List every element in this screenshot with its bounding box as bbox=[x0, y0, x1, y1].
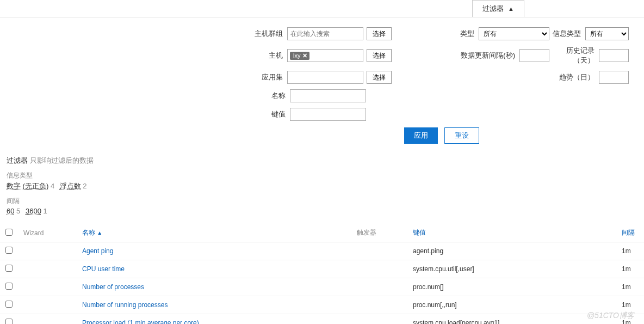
filter-link[interactable]: 3600 bbox=[26, 207, 41, 215]
item-name-link[interactable]: Number of processes bbox=[82, 283, 144, 291]
key-input[interactable] bbox=[290, 108, 366, 121]
item-interval: 1m bbox=[616, 278, 644, 296]
item-name-link[interactable]: Number of running processes bbox=[82, 301, 168, 309]
item-name-link[interactable]: Agent ping bbox=[82, 247, 113, 255]
select-all-checkbox[interactable] bbox=[5, 229, 13, 236]
info-type-select[interactable]: 所有 bbox=[585, 27, 629, 40]
host-group-input[interactable] bbox=[287, 27, 363, 40]
item-name-link[interactable]: CPU user time bbox=[82, 265, 125, 273]
filter-count: 5 bbox=[14, 207, 22, 215]
filter-form: 主机群组 选择 类型 所有 信息类型 所有 主机 lxy ✕ 选择 数据更新间隔… bbox=[0, 17, 644, 150]
row-checkbox[interactable] bbox=[5, 319, 13, 324]
name-input[interactable] bbox=[290, 89, 366, 102]
item-key: proc.num[] bbox=[407, 278, 616, 296]
appset-label: 应用集 bbox=[262, 72, 287, 82]
table-row: CPU user timesystem.cpu.util[,user]1m bbox=[0, 260, 644, 278]
sub-filter: 过滤器 只影响过滤后的数据 信息类型 数字 (无正负) 4 浮点数 2 间隔 6… bbox=[0, 150, 644, 217]
row-checkbox[interactable] bbox=[5, 265, 13, 272]
item-interval: 1m bbox=[616, 242, 644, 260]
filter-tab[interactable]: 过滤器 ▲ bbox=[472, 0, 524, 17]
appset-input[interactable] bbox=[287, 71, 363, 84]
type-label: 类型 bbox=[460, 29, 479, 39]
table-row: Number of running processesproc.num[,,ru… bbox=[0, 296, 644, 314]
host-input[interactable]: lxy ✕ bbox=[287, 49, 363, 62]
close-icon[interactable]: ✕ bbox=[302, 52, 307, 59]
trend-days-input[interactable] bbox=[599, 71, 629, 84]
item-interval: 1m bbox=[616, 260, 644, 278]
filter-count: 4 bbox=[48, 182, 56, 190]
name-label: 名称 bbox=[271, 91, 290, 101]
item-key: system.cpu.load[percpu,avg1] bbox=[407, 314, 616, 325]
info-type-label: 信息类型 bbox=[553, 29, 585, 39]
info-type-group-label: 信息类型 bbox=[7, 171, 637, 180]
host-label: 主机 bbox=[269, 51, 287, 60]
item-key: agent.ping bbox=[407, 242, 616, 260]
interval-group-label: 间隔 bbox=[7, 197, 637, 206]
col-name[interactable]: 名称 ▲ bbox=[77, 224, 351, 242]
filter-count: 1 bbox=[41, 207, 47, 215]
host-group-select-button[interactable]: 选择 bbox=[367, 27, 392, 40]
table-row: Number of processesproc.num[]1m bbox=[0, 278, 644, 296]
filter-link[interactable]: 浮点数 bbox=[60, 182, 81, 190]
item-name-link[interactable]: Processor load (1 min average per core) bbox=[82, 319, 199, 324]
trend-days-label: 趋势（日） bbox=[559, 72, 599, 82]
filter-link[interactable]: 60 bbox=[7, 207, 14, 215]
host-group-label: 主机群组 bbox=[255, 29, 287, 39]
host-tag[interactable]: lxy ✕ bbox=[290, 52, 309, 60]
sub-filter-note: 只影响过滤后的数据 bbox=[30, 156, 94, 164]
col-key[interactable]: 键值 bbox=[407, 224, 616, 242]
apply-button[interactable]: 应用 bbox=[404, 127, 438, 144]
table-row: Agent pingagent.ping1m bbox=[0, 242, 644, 260]
history-days-input[interactable] bbox=[599, 49, 629, 62]
row-checkbox[interactable] bbox=[5, 247, 13, 254]
row-checkbox[interactable] bbox=[5, 301, 13, 308]
col-trigger: 触发器 bbox=[351, 224, 407, 242]
col-interval[interactable]: 间隔 bbox=[616, 224, 644, 242]
filter-link[interactable]: 数字 (无正负) bbox=[7, 182, 48, 190]
update-interval-input[interactable] bbox=[519, 49, 549, 62]
table-row: Processor load (1 min average per core)s… bbox=[0, 314, 644, 325]
data-table: Wizard 名称 ▲ 触发器 键值 间隔 Agent pingagent.pi… bbox=[0, 224, 644, 324]
host-select-button[interactable]: 选择 bbox=[367, 49, 392, 62]
history-days-label: 历史记录（天） bbox=[549, 46, 599, 65]
filter-count: 2 bbox=[81, 182, 87, 190]
chevron-up-icon: ▲ bbox=[508, 5, 514, 12]
watermark: @51CTO博客 bbox=[587, 311, 634, 321]
item-key: system.cpu.util[,user] bbox=[407, 260, 616, 278]
type-select[interactable]: 所有 bbox=[479, 27, 549, 40]
item-key: proc.num[,,run] bbox=[407, 296, 616, 314]
col-wizard: Wizard bbox=[18, 224, 77, 242]
sort-asc-icon: ▲ bbox=[97, 230, 102, 236]
appset-select-button[interactable]: 选择 bbox=[367, 71, 392, 84]
sub-filter-title: 过滤器 bbox=[7, 156, 28, 164]
update-interval-label: 数据更新间隔(秒) bbox=[461, 51, 519, 60]
row-checkbox[interactable] bbox=[5, 283, 13, 290]
key-label: 键值 bbox=[271, 109, 290, 119]
filter-tab-label: 过滤器 bbox=[482, 4, 504, 13]
reset-button[interactable]: 重设 bbox=[444, 127, 479, 144]
